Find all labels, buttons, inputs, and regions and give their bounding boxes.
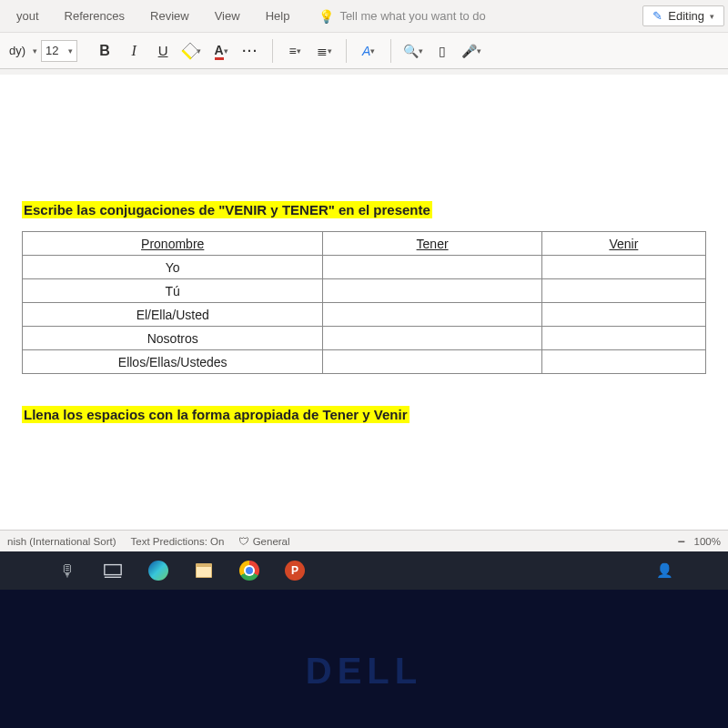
table-row[interactable]: Yo <box>23 256 706 279</box>
taskbar-right: 👤 <box>656 562 673 579</box>
highlight-color-button[interactable]: ▾ <box>179 38 205 64</box>
chevron-down-icon: ▾ <box>477 46 481 56</box>
conjugation-table[interactable]: Pronombre Tener Venir Yo Tú El/Ella/Uste… <box>22 231 706 374</box>
font-size-value: 12 <box>46 44 58 57</box>
styles-icon: A <box>362 44 370 58</box>
document-area: Escribe las conjugaciones de "VENIR y TE… <box>0 69 728 530</box>
bullets-button[interactable]: ≡ ▾ <box>282 38 308 64</box>
cell-tener[interactable] <box>323 350 541 374</box>
bold-button[interactable]: B <box>92 38 117 64</box>
table-row[interactable]: El/Ella/Usted <box>23 303 706 327</box>
ribbon-toolbar: dy) ▾ 12 ▾ B I U ▾ A ▾ ··· ≡ ▾ ≣ ▾ A <box>0 33 728 69</box>
chrome-logo <box>239 561 259 581</box>
table-row[interactable]: Nosotros <box>23 327 706 350</box>
dictate-button[interactable]: 🎤 ▾ <box>459 38 484 64</box>
zoom-level[interactable]: 100% <box>694 536 721 547</box>
dictate-group-button[interactable]: ▯ <box>430 38 455 64</box>
status-sensitivity[interactable]: 🛡 General <box>238 536 289 547</box>
table-row[interactable]: Tú <box>23 279 706 303</box>
font-color-button[interactable]: A ▾ <box>208 38 234 64</box>
font-color-icon: A <box>215 43 224 59</box>
number-list-icon: ≣ <box>317 44 328 58</box>
table-header-row: Pronombre Tener Venir <box>23 232 706 256</box>
col-venir: Venir <box>541 232 705 256</box>
col-pronombre: Pronombre <box>23 232 323 256</box>
dell-brand-logo: DELL <box>306 651 422 692</box>
chevron-down-icon: ▾ <box>370 46 375 56</box>
ribbon-tabs: yout References Review View Help 💡 Tell … <box>0 0 728 33</box>
highlighted-heading: Llena los espacios con la forma apropiad… <box>22 406 410 423</box>
microphone-icon: 🎤 <box>461 44 477 58</box>
chrome-browser-icon[interactable] <box>237 558 262 583</box>
bullet-list-icon: ≡ <box>288 44 296 58</box>
font-style-label: dy) <box>5 44 29 57</box>
search-icon: 🔍 <box>403 44 419 58</box>
find-button[interactable]: 🔍 ▾ <box>400 38 426 64</box>
taskbar-voice-icon[interactable]: 🎙 <box>55 558 80 583</box>
cell-venir[interactable] <box>541 279 705 303</box>
pen-icon: ✎ <box>652 9 662 23</box>
task-view-icon[interactable] <box>100 558 126 583</box>
cell-pronoun[interactable]: El/Ella/Usted <box>23 303 323 327</box>
table-row[interactable]: Ellos/Ellas/Ustedes <box>23 350 706 374</box>
styles-button[interactable]: A ▾ <box>356 38 381 64</box>
status-predictions[interactable]: Text Predictions: On <box>131 536 225 547</box>
chevron-down-icon[interactable]: ▾ <box>33 46 37 56</box>
italic-button[interactable]: I <box>121 38 147 64</box>
editing-label: Editing <box>668 9 704 23</box>
highlighter-icon <box>181 42 199 60</box>
people-icon[interactable]: 👤 <box>656 562 673 579</box>
cell-pronoun[interactable]: Tú <box>23 279 323 303</box>
file-explorer-icon[interactable] <box>191 558 217 583</box>
tab-review[interactable]: Review <box>137 0 202 32</box>
cell-venir[interactable] <box>541 303 705 327</box>
highlighted-heading: Escribe las conjugaciones de "VENIR y TE… <box>22 201 432 218</box>
tab-view[interactable]: View <box>202 0 253 32</box>
status-language[interactable]: nish (International Sort) <box>7 536 116 547</box>
chevron-down-icon: ▾ <box>710 12 714 21</box>
dictate-panel-icon: ▯ <box>439 44 446 58</box>
chevron-down-icon: ▾ <box>224 46 228 56</box>
cell-pronoun[interactable]: Nosotros <box>23 327 323 350</box>
zoom-out-button[interactable]: − <box>677 534 684 549</box>
cell-venir[interactable] <box>541 256 705 279</box>
numbering-button[interactable]: ≣ ▾ <box>311 38 337 64</box>
separator <box>346 39 347 63</box>
chevron-down-icon: ▾ <box>297 46 301 56</box>
folder-icon <box>196 563 212 578</box>
shield-icon: 🛡 <box>238 536 249 547</box>
powerpoint-icon[interactable]: P <box>282 558 308 583</box>
editing-mode-button[interactable]: ✎ Editing ▾ <box>642 5 724 26</box>
svg-rect-0 <box>105 565 121 575</box>
separator <box>390 39 391 63</box>
document-page[interactable]: Escribe las conjugaciones de "VENIR y TE… <box>0 75 728 530</box>
word-window: yout References Review View Help 💡 Tell … <box>0 0 728 590</box>
task-view-svg <box>103 561 123 581</box>
cell-tener[interactable] <box>323 256 541 279</box>
chevron-down-icon: ▾ <box>328 46 332 56</box>
cell-venir[interactable] <box>541 350 705 374</box>
underline-button[interactable]: U <box>150 38 176 64</box>
tell-me-search[interactable]: 💡 Tell me what you want to do <box>302 9 485 24</box>
cell-venir[interactable] <box>541 327 705 350</box>
lightbulb-icon: 💡 <box>318 9 334 24</box>
separator <box>272 39 273 63</box>
tab-help[interactable]: Help <box>253 0 303 32</box>
edge-browser-icon[interactable] <box>146 558 171 583</box>
chevron-down-icon: ▾ <box>68 46 73 56</box>
tab-references[interactable]: References <box>52 0 137 32</box>
chevron-down-icon: ▾ <box>419 46 423 56</box>
cell-tener[interactable] <box>323 327 541 350</box>
edge-logo <box>148 561 168 581</box>
more-formatting-button[interactable]: ··· <box>238 38 263 64</box>
cell-pronoun[interactable]: Ellos/Ellas/Ustedes <box>23 350 323 374</box>
cell-pronoun[interactable]: Yo <box>23 256 323 279</box>
tell-me-label: Tell me what you want to do <box>339 9 485 23</box>
status-bar: nish (International Sort) Text Predictio… <box>0 530 728 551</box>
windows-taskbar: 🎙 P 👤 <box>0 551 728 590</box>
tab-layout[interactable]: yout <box>4 0 52 32</box>
font-size-select[interactable]: 12 ▾ <box>41 40 77 62</box>
font-style-group: dy) ▾ <box>5 44 37 57</box>
cell-tener[interactable] <box>323 303 541 327</box>
cell-tener[interactable] <box>323 279 541 303</box>
